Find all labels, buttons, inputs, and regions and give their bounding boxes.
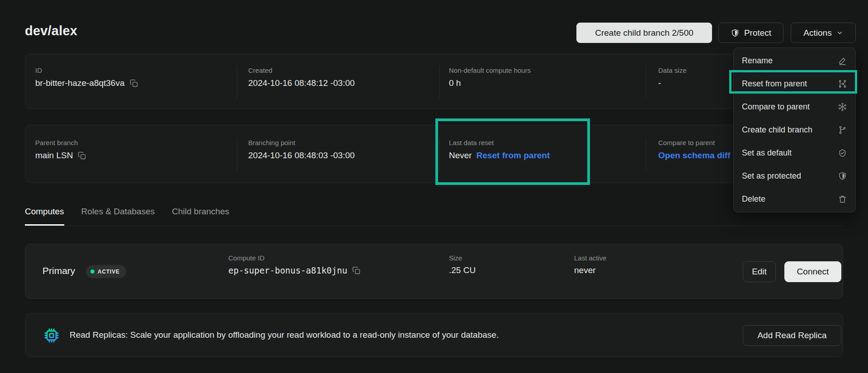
compare-icon [838, 102, 847, 112]
menu-item-set-as-default[interactable]: Set as default [734, 142, 855, 165]
field-size-label: Size [449, 254, 476, 262]
chip-icon [42, 326, 61, 345]
connect-label: Connect [797, 267, 829, 277]
trash-icon [838, 194, 847, 204]
highlight-box-last-data-reset [435, 118, 590, 185]
read-replica-description: Read Replicas: Scale your application by… [70, 330, 499, 340]
field-id: ID br-bitter-haze-a8qt36va [35, 66, 139, 88]
edit-label: Edit [752, 267, 767, 277]
edit-button[interactable]: Edit [743, 261, 776, 282]
copy-icon[interactable] [129, 79, 139, 88]
tab-roles-databases[interactable]: Roles & Databases [81, 207, 155, 226]
field-parent-branch: Parent branch main LSN [35, 139, 87, 161]
status-badge: ACTIVE [86, 265, 126, 278]
copy-icon[interactable] [77, 151, 87, 161]
tab-computes[interactable]: Computes [25, 207, 64, 226]
field-last-active: Last active never [574, 254, 607, 275]
field-size-value: .25 CU [449, 265, 476, 275]
divider [237, 66, 237, 98]
field-created: Created 2024-10-16 08:48:12 -03:00 [248, 66, 355, 88]
create-child-branch-label: Create child branch 2/500 [595, 28, 693, 38]
page-title: dev/alex [25, 24, 77, 38]
menu-item-create-child-branch-label: Create child branch [742, 125, 812, 135]
open-schema-diff-link[interactable]: Open schema diff [658, 151, 730, 161]
menu-item-delete-label: Delete [742, 194, 765, 204]
field-id-label: ID [35, 66, 139, 74]
read-replica-banner: Read Replicas: Scale your application by… [25, 313, 843, 357]
active-dot-icon [90, 269, 94, 274]
shield-icon [838, 171, 847, 181]
menu-item-set-as-protected-label: Set as protected [742, 171, 801, 181]
parent-info-card: Parent branch main LSN Branching point 2… [25, 125, 843, 183]
field-compute-id-label: Compute ID [228, 254, 361, 262]
menu-item-set-as-protected[interactable]: Set as protected [734, 165, 855, 188]
field-compute-id: Compute ID ep-super-bonus-a81k0jnu [228, 254, 361, 275]
protect-label: Protect [744, 28, 771, 38]
menu-item-delete[interactable]: Delete [734, 188, 855, 211]
pencil-icon [838, 56, 847, 66]
field-compute-hours-label: Non-default compute hours [449, 66, 531, 74]
field-last-active-label: Last active [574, 254, 607, 262]
shield-icon [731, 28, 740, 38]
field-branching-point: Branching point 2024-10-16 08:48:03 -03:… [248, 139, 355, 161]
divider [237, 138, 237, 170]
field-compare-to-parent-label: Compare to parent [658, 139, 730, 146]
menu-item-rename[interactable]: Rename [734, 49, 855, 72]
connect-button[interactable]: Connect [784, 261, 841, 282]
branch-info-card: ID br-bitter-haze-a8qt36va Created 2024-… [25, 54, 843, 109]
menu-item-compare-to-parent-label: Compare to parent [742, 102, 810, 112]
menu-item-compare-to-parent[interactable]: Compare to parent [734, 95, 855, 118]
field-created-value: 2024-10-16 08:48:12 -03:00 [248, 78, 355, 88]
divider [646, 138, 646, 170]
field-id-value: br-bitter-haze-a8qt36va [35, 78, 125, 88]
divider [646, 66, 646, 98]
protect-button[interactable]: Protect [718, 23, 783, 43]
branch-icon [838, 125, 847, 135]
add-read-replica-button[interactable]: Add Read Replica [743, 325, 841, 346]
add-read-replica-label: Add Read Replica [757, 331, 826, 340]
field-last-active-value: never [574, 265, 596, 275]
divider [439, 66, 440, 98]
compute-name: Primary [42, 265, 75, 276]
branch-page: dev/alex Create child branch 2/500 Prote… [0, 0, 868, 373]
field-data-size-value: - [658, 78, 661, 88]
status-badge-label: ACTIVE [98, 269, 120, 275]
actions-label: Actions [803, 28, 831, 38]
badge-check-icon [838, 148, 847, 158]
menu-item-set-as-default-label: Set as default [742, 148, 792, 158]
field-data-size-label: Data size [658, 66, 687, 74]
field-compute-id-value: ep-super-bonus-a81k0jnu [228, 265, 347, 275]
actions-button[interactable]: Actions [791, 23, 856, 43]
field-size: Size .25 CU [449, 254, 476, 275]
field-compute-hours: Non-default compute hours 0 h [449, 66, 531, 88]
highlight-box-reset-from-parent [729, 70, 857, 94]
field-branching-point-value: 2024-10-16 08:48:03 -03:00 [248, 151, 355, 161]
tab-child-branches[interactable]: Child branches [172, 207, 229, 226]
field-branching-point-label: Branching point [248, 139, 355, 146]
field-parent-branch-value: main LSN [35, 151, 73, 161]
tab-bar: Computes Roles & Databases Child branche… [25, 207, 843, 226]
copy-icon[interactable] [352, 266, 361, 275]
menu-item-rename-label: Rename [742, 56, 773, 66]
field-created-label: Created [248, 66, 355, 74]
chevron-down-icon [836, 29, 843, 36]
field-data-size: Data size - [658, 66, 687, 88]
field-compute-hours-value: 0 h [449, 78, 461, 88]
compute-row: Primary ACTIVE Compute ID ep-super-bonus… [25, 244, 843, 299]
field-compare-to-parent: Compare to parent Open schema diff [658, 139, 730, 161]
menu-item-create-child-branch[interactable]: Create child branch [734, 118, 855, 142]
create-child-branch-button[interactable]: Create child branch 2/500 [576, 23, 712, 43]
field-parent-branch-label: Parent branch [35, 139, 87, 146]
